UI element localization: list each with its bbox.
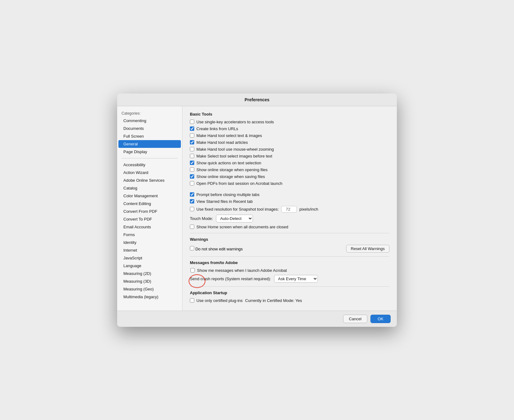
create-links-checkbox[interactable] xyxy=(190,126,194,131)
create-links-row: Create links from URLs xyxy=(190,126,389,131)
cancel-button[interactable]: Cancel xyxy=(343,315,367,323)
hand-mouse-wheel-label[interactable]: Make Hand tool use mouse-wheel zooming xyxy=(190,147,274,152)
snapshot-label[interactable]: Use fixed resolution for Snapshot tool i… xyxy=(190,207,279,212)
sidebar-item-catalog[interactable]: Catalog xyxy=(117,184,182,192)
no-edit-warnings-checkbox[interactable] xyxy=(190,246,194,250)
show-messages-checkbox[interactable] xyxy=(190,268,195,272)
dialog-title: Preferences xyxy=(245,97,269,102)
sidebar-item-general[interactable]: General xyxy=(118,140,181,148)
pixels-label: pixels/inch xyxy=(299,207,318,212)
sidebar-item-convert-to-pdf[interactable]: Convert To PDF xyxy=(117,215,182,223)
sidebar-item-page-display[interactable]: Page Display xyxy=(117,148,182,156)
sidebar-item-full-screen[interactable]: Full Screen xyxy=(117,132,182,140)
sidebar-item-color-management[interactable]: Color Management xyxy=(117,192,182,200)
show-online-open-label[interactable]: Show online storage when opening files xyxy=(190,167,268,172)
sidebar-item-measuring-2d[interactable]: Measuring (2D) xyxy=(117,270,182,277)
section-divider-3 xyxy=(190,286,389,287)
sidebar-item-adobe-online-services[interactable]: Adobe Online Services xyxy=(117,176,182,184)
sidebar-item-internet[interactable]: Internet xyxy=(117,246,182,254)
view-starred-label[interactable]: View Starred files in Recent tab xyxy=(190,199,253,204)
select-images-row: Make Select tool select images before te… xyxy=(190,154,389,158)
show-online-save-row: Show online storage when saving files xyxy=(190,174,389,179)
sidebar-item-forms[interactable]: Forms xyxy=(117,231,182,239)
single-key-row: Use single-key accelerators to access to… xyxy=(190,120,389,124)
section-divider-1 xyxy=(190,233,389,233)
crash-reports-select[interactable]: Ask Every Time Always Send Never Send xyxy=(274,275,318,283)
basic-tools-title: Basic Tools xyxy=(190,112,389,116)
show-online-open-checkbox[interactable] xyxy=(190,167,194,172)
hand-read-articles-row: Make Hand tool read articles xyxy=(190,140,389,145)
touch-mode-label: Touch Mode: xyxy=(190,216,213,221)
sidebar-item-accessibility[interactable]: Accessibility xyxy=(117,161,182,169)
hand-select-text-checkbox[interactable] xyxy=(190,133,194,138)
show-online-open-row: Show online storage when opening files xyxy=(190,167,389,172)
sidebar-item-action-wizard[interactable]: Action Wizard xyxy=(117,169,182,176)
currently-in-label: Currently in Certified Mode: Yes xyxy=(245,298,302,303)
show-online-save-label[interactable]: Show online storage when saving files xyxy=(190,174,265,179)
preferences-dialog: Preferences Categories: CommentingDocume… xyxy=(117,94,397,327)
prompt-close-tabs-checkbox[interactable] xyxy=(190,192,194,197)
crash-reports-label: Send crash reports (System restart requi… xyxy=(190,276,271,281)
hand-mouse-wheel-checkbox[interactable] xyxy=(190,147,194,151)
snapshot-checkbox[interactable] xyxy=(190,207,194,211)
dialog-body: Categories: CommentingDocumentsFull Scre… xyxy=(117,106,397,311)
sidebar-item-commenting[interactable]: Commenting xyxy=(117,117,182,125)
single-key-checkbox[interactable] xyxy=(190,120,194,124)
prompt-close-tabs-label[interactable]: Prompt before closing multiple tabs xyxy=(190,192,259,197)
crash-reports-row: Send crash reports (System restart requi… xyxy=(190,275,389,283)
sidebar-item-convert-from-pdf[interactable]: Convert From PDF xyxy=(117,208,182,215)
touch-mode-row: Touch Mode: Auto-Detect Touch Mouse xyxy=(190,215,389,222)
certified-plugins-label[interactable]: Use only certified plug-ins xyxy=(190,298,243,303)
sidebar-item-email-accounts[interactable]: Email Accounts xyxy=(117,223,182,231)
quick-actions-row: Show quick actions on text selection xyxy=(190,161,389,165)
show-messages-row: Show me messages when I launch Adobe Acr… xyxy=(190,268,389,273)
show-home-checkbox[interactable] xyxy=(190,225,194,229)
touch-mode-select[interactable]: Auto-Detect Touch Mouse xyxy=(216,215,253,222)
select-images-label[interactable]: Make Select tool select images before te… xyxy=(190,154,272,158)
show-home-label[interactable]: Show Home screen when all documents are … xyxy=(190,225,288,229)
sidebar-bottom-items: AccessibilityAction WizardAdobe Online S… xyxy=(117,161,182,301)
single-key-label[interactable]: Use single-key accelerators to access to… xyxy=(190,120,274,124)
open-last-session-checkbox[interactable] xyxy=(190,181,194,185)
sidebar-item-content-editing[interactable]: Content Editing xyxy=(117,200,182,208)
sidebar-item-identity[interactable]: Identity xyxy=(117,239,182,246)
dialog-titlebar: Preferences xyxy=(117,94,397,106)
sidebar-item-measuring-3d[interactable]: Measuring (3D) xyxy=(117,277,182,285)
open-last-session-label[interactable]: Open PDFs from last session on Acrobat l… xyxy=(190,181,282,186)
view-starred-checkbox[interactable] xyxy=(190,199,194,203)
ok-button[interactable]: OK xyxy=(370,315,391,323)
no-edit-warnings-label[interactable]: Do not show edit warnings xyxy=(190,246,243,251)
sidebar-item-language[interactable]: Language xyxy=(117,262,182,270)
app-startup-title: Application Startup xyxy=(190,290,389,295)
certified-plugins-checkbox[interactable] xyxy=(190,298,194,303)
sidebar-top-items: CommentingDocumentsFull ScreenGeneralPag… xyxy=(117,117,182,156)
sidebar: Categories: CommentingDocumentsFull Scre… xyxy=(117,106,182,311)
dialog-footer: Cancel OK xyxy=(117,311,397,327)
messages-section: Show me messages when I launch Adobe Acr… xyxy=(190,268,389,273)
hand-select-text-label[interactable]: Make Hand tool select text & images xyxy=(190,133,262,138)
certified-plugins-row: Use only certified plug-ins Currently in… xyxy=(190,298,389,303)
reset-warnings-button[interactable]: Reset All Warnings xyxy=(346,245,389,253)
show-home-row: Show Home screen when all documents are … xyxy=(190,225,389,229)
hand-read-articles-checkbox[interactable] xyxy=(190,140,194,144)
main-content: Basic Tools Use single-key accelerators … xyxy=(182,106,397,311)
hand-mouse-wheel-row: Make Hand tool use mouse-wheel zooming xyxy=(190,147,389,152)
sidebar-item-multimedia-legacy[interactable]: Multimedia (legacy) xyxy=(117,293,182,301)
section-divider-2 xyxy=(190,256,389,257)
basic-tools-options: Use single-key accelerators to access to… xyxy=(190,120,389,186)
show-online-save-checkbox[interactable] xyxy=(190,174,194,179)
sidebar-item-javascript[interactable]: JavaScript xyxy=(117,254,182,262)
hand-select-text-row: Make Hand tool select text & images xyxy=(190,133,389,138)
show-messages-label[interactable]: Show me messages when I launch Adobe Acr… xyxy=(190,268,287,273)
warnings-row: Do not show edit warnings Reset All Warn… xyxy=(190,245,389,253)
quick-actions-checkbox[interactable] xyxy=(190,161,194,165)
snapshot-resolution-input[interactable] xyxy=(281,206,297,212)
sidebar-item-measuring-geo[interactable]: Measuring (Geo) xyxy=(117,285,182,293)
sidebar-item-documents[interactable]: Documents xyxy=(117,125,182,132)
open-last-session-row: Open PDFs from last session on Acrobat l… xyxy=(190,181,389,186)
warnings-title: Warnings xyxy=(190,237,389,242)
quick-actions-label[interactable]: Show quick actions on text selection xyxy=(190,161,261,165)
hand-read-articles-label[interactable]: Make Hand tool read articles xyxy=(190,140,248,145)
create-links-label[interactable]: Create links from URLs xyxy=(190,126,238,131)
select-images-checkbox[interactable] xyxy=(190,154,194,158)
